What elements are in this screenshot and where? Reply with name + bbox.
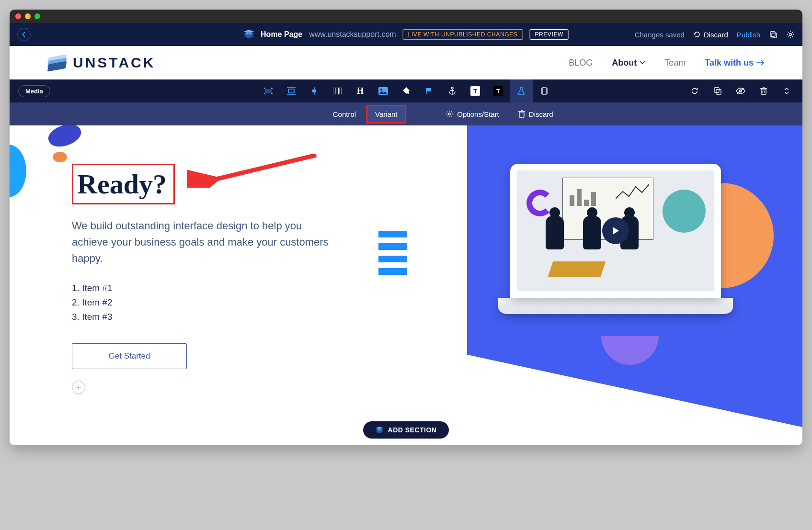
maximize-window-icon[interactable]: [34, 13, 40, 19]
list-item[interactable]: Item #1: [72, 283, 340, 293]
hero-text-block[interactable]: Ready? We build outstanding interface de…: [72, 164, 340, 394]
svg-rect-32: [761, 89, 766, 94]
variant-discard-label: Discard: [529, 110, 553, 118]
nav-blog[interactable]: BLOG: [569, 58, 593, 68]
illus-teal-circle: [663, 190, 706, 233]
logo-text: UNSTACK: [73, 55, 155, 71]
gear-icon: [446, 110, 453, 118]
hero-title[interactable]: Ready?: [72, 164, 175, 204]
svg-rect-9: [264, 93, 265, 94]
site-header: UNSTACK BLOG About Team Talk with us: [10, 46, 802, 79]
discard-label: Discard: [704, 31, 728, 39]
site-nav: BLOG About Team Talk with us: [569, 58, 764, 68]
save-status: Changes saved: [635, 31, 685, 39]
svg-rect-10: [271, 93, 273, 94]
svg-rect-17: [336, 88, 339, 94]
settings-gear-icon[interactable]: [786, 30, 795, 39]
tool-columns[interactable]: [326, 79, 349, 102]
add-element-button[interactable]: [72, 381, 85, 394]
tool-text-light[interactable]: T: [464, 79, 487, 102]
close-window-icon[interactable]: [15, 13, 21, 19]
tab-variant[interactable]: Variant: [366, 105, 406, 123]
nav-team[interactable]: Team: [664, 58, 686, 68]
brand-stack-icon: [243, 30, 254, 39]
live-status-badge: LIVE WITH UNPUBLISHED CHANGES: [403, 29, 523, 40]
section-toolbar: Media H: [10, 79, 802, 102]
add-section-button[interactable]: ADD SECTION: [363, 421, 449, 439]
svg-rect-8: [271, 88, 273, 89]
variant-discard-button[interactable]: Discard: [518, 110, 553, 118]
decor-indigo-blob: [46, 125, 84, 150]
toolbar-icon-group: H T T: [257, 79, 556, 102]
variant-actions: Options/Start Discard: [446, 110, 553, 118]
decor-orange-dot: [53, 152, 67, 162]
nav-cta-label: Talk with us: [705, 58, 754, 68]
illus-bar-chart: [570, 185, 598, 206]
tool-layout-width[interactable]: [257, 79, 280, 102]
page-title: Home Page: [261, 30, 302, 39]
preview-button[interactable]: PREVIEW: [529, 29, 569, 40]
window-chrome: [10, 10, 802, 23]
tool-heading[interactable]: H: [349, 79, 372, 102]
laptop-base: [498, 298, 733, 314]
svg-rect-7: [264, 88, 265, 89]
play-button[interactable]: [602, 217, 629, 244]
variant-tabs: Control Variant: [324, 105, 406, 123]
svg-rect-6: [265, 89, 272, 93]
tool-pages[interactable]: [533, 79, 556, 102]
hero-list[interactable]: Item #1 Item #2 Item #3: [72, 283, 340, 322]
tool-background[interactable]: [395, 79, 418, 102]
tool-reorder[interactable]: [775, 79, 798, 102]
logo-stack-icon: [48, 56, 66, 69]
list-item[interactable]: Item #3: [72, 312, 340, 322]
variant-bar: Control Variant Options/Start Discard: [10, 102, 802, 125]
tool-visibility[interactable]: [729, 79, 752, 102]
browser-window: Home Page www.unstacksupport.com LIVE WI…: [10, 10, 802, 445]
add-section-label: ADD SECTION: [388, 426, 437, 434]
tool-flag[interactable]: [418, 79, 441, 102]
decor-stripes: [378, 231, 407, 275]
tool-delete[interactable]: [752, 79, 775, 102]
site-url: www.unstacksupport.com: [309, 30, 396, 39]
back-button[interactable]: [17, 28, 31, 41]
variant-options-button[interactable]: Options/Start: [446, 110, 499, 118]
tool-image[interactable]: [372, 79, 395, 102]
svg-rect-11: [288, 89, 294, 93]
tool-spacing[interactable]: [280, 79, 303, 102]
svg-rect-38: [519, 112, 524, 117]
tool-refresh[interactable]: [683, 79, 706, 102]
arrow-right-icon: [756, 60, 764, 66]
hero-cta-button[interactable]: Get Started: [72, 343, 187, 369]
copy-icon[interactable]: [769, 30, 778, 39]
nav-about-label: About: [612, 58, 637, 68]
tool-align[interactable]: [303, 79, 326, 102]
site-logo[interactable]: UNSTACK: [48, 55, 155, 71]
editor-topbar: Home Page www.unstacksupport.com LIVE WI…: [10, 23, 802, 46]
svg-marker-46: [376, 430, 383, 433]
nav-about-dropdown[interactable]: About: [612, 58, 645, 68]
minimize-window-icon[interactable]: [25, 13, 31, 19]
media-type-chip[interactable]: Media: [18, 85, 50, 97]
hero-subtitle[interactable]: We build outstanding interface design to…: [72, 218, 340, 267]
decor-blue-blob: [10, 145, 26, 197]
toolbar-right-group: [683, 79, 798, 102]
svg-rect-27: [542, 88, 546, 94]
svg-marker-2: [243, 34, 254, 38]
publish-button[interactable]: Publish: [737, 31, 760, 39]
list-item[interactable]: Item #2: [72, 297, 340, 308]
stack-icon: [376, 427, 383, 433]
nav-cta[interactable]: Talk with us: [705, 58, 764, 68]
tab-control[interactable]: Control: [324, 105, 365, 123]
tool-ab-test[interactable]: [510, 79, 533, 102]
laptop-screen: [510, 164, 721, 298]
tool-text-dark[interactable]: T: [487, 79, 510, 102]
discard-button[interactable]: Discard: [693, 31, 728, 39]
svg-point-20: [380, 89, 382, 90]
tool-duplicate[interactable]: [706, 79, 729, 102]
svg-rect-3: [770, 32, 775, 36]
hero-media[interactable]: [510, 164, 721, 314]
svg-rect-15: [312, 90, 316, 92]
tool-anchor[interactable]: [441, 79, 464, 102]
svg-rect-21: [426, 88, 431, 91]
svg-point-5: [789, 34, 792, 36]
